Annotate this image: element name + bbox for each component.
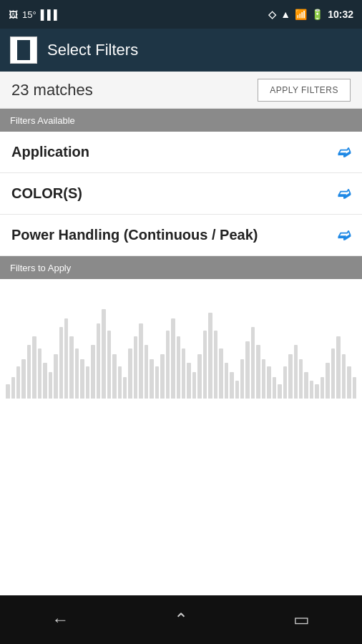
apply-filters-button[interactable]: APPLY FILTERS	[258, 79, 351, 102]
eq-bar	[134, 336, 137, 399]
eq-bar	[208, 313, 212, 399]
matches-count: 23 matches	[11, 81, 93, 99]
eq-bar	[245, 341, 249, 399]
main-content: Select Filters 23 matches APPLY FILTERS …	[0, 29, 362, 595]
eq-bar	[192, 372, 196, 399]
temp-display: 15°	[22, 9, 36, 20]
bottom-nav: ← ⌃ ▭	[0, 595, 362, 644]
eq-bar	[128, 348, 132, 399]
filter-row-application[interactable]: Application ➫	[0, 132, 362, 173]
filters-available-label: Filters Available	[10, 115, 75, 126]
eq-bar	[235, 381, 239, 399]
filter-label-application: Application	[11, 144, 89, 160]
eq-bar	[230, 372, 233, 399]
eq-bar	[310, 381, 313, 399]
eq-bar	[256, 345, 260, 399]
eq-bar	[64, 318, 68, 399]
signal-bars: ▌▌▌	[41, 9, 61, 20]
eq-bar	[160, 354, 164, 399]
recents-button[interactable]: ▭	[280, 605, 323, 634]
home-button[interactable]: ⌃	[160, 605, 202, 634]
eq-bar	[107, 331, 111, 399]
app-logo	[10, 36, 37, 64]
eq-bar	[75, 348, 79, 399]
status-bar: 🖼 15° ▌▌▌ ◇ ▲ 📶 🔋 10:32	[0, 0, 362, 29]
eq-bar	[267, 366, 270, 399]
eq-bar	[171, 318, 175, 399]
eq-bar	[331, 348, 335, 399]
eq-bar	[182, 348, 185, 399]
signal-icon: 📶	[295, 9, 307, 20]
eq-bar	[123, 377, 127, 399]
wifi-icon: ▲	[280, 9, 290, 20]
eq-bar	[69, 336, 73, 399]
eq-bar	[38, 348, 41, 399]
eq-bar	[43, 363, 47, 399]
filter-label-power: Power Handling (Continuous / Peak)	[11, 227, 258, 243]
filter-label-colors: COLOR(S)	[11, 185, 82, 202]
eq-bar	[102, 309, 105, 399]
screenshot-icon: 🖼	[9, 9, 18, 20]
eq-bar	[315, 384, 318, 399]
eq-bar	[145, 345, 148, 399]
filter-row-colors[interactable]: COLOR(S) ➫	[0, 173, 362, 215]
filter-row-power[interactable]: Power Handling (Continuous / Peak) ➫	[0, 215, 362, 256]
logo-inner	[17, 40, 30, 60]
chevron-right-icon-colors: ➫	[338, 185, 351, 203]
eq-bar	[283, 366, 287, 399]
back-icon: ←	[52, 610, 69, 630]
eq-bar	[251, 327, 255, 399]
eq-bar	[203, 331, 207, 399]
eq-bar	[294, 345, 298, 399]
battery-icon: 🔋	[311, 9, 323, 20]
eq-bar	[139, 323, 142, 399]
app-header: Select Filters	[0, 29, 362, 72]
eq-bar	[304, 372, 308, 399]
eq-bar	[16, 366, 20, 399]
eq-bar	[97, 323, 100, 399]
eq-bar	[219, 348, 222, 399]
eq-bar	[11, 377, 15, 399]
eq-bar	[118, 366, 122, 399]
filters-to-apply-label: Filters to Apply	[10, 263, 71, 273]
chevron-right-icon-power: ➫	[338, 226, 351, 245]
eq-bar	[262, 359, 265, 399]
eq-bar	[299, 359, 303, 399]
eq-bar	[342, 354, 346, 399]
eq-bar	[54, 354, 57, 399]
status-left: 🖼 15° ▌▌▌	[9, 9, 60, 20]
eq-bar	[288, 354, 292, 399]
eq-bar	[214, 331, 217, 399]
eq-bar	[278, 384, 281, 399]
eq-bar	[321, 377, 324, 399]
eq-bar	[49, 372, 52, 399]
eq-bar	[80, 359, 84, 399]
eq-bar	[336, 336, 340, 399]
eq-bar	[347, 366, 351, 399]
eq-bar	[155, 366, 159, 399]
eq-bar	[32, 336, 36, 399]
eq-bar	[91, 345, 94, 399]
filters-to-apply-header: Filters to Apply	[0, 256, 362, 279]
matches-bar: 23 matches APPLY FILTERS	[0, 72, 362, 109]
home-icon: ⌃	[174, 610, 188, 630]
diamond-icon: ◇	[268, 9, 276, 20]
chevron-right-icon-application: ➫	[338, 143, 351, 162]
eq-bar	[86, 366, 89, 399]
eq-bar	[112, 354, 116, 399]
eq-bar	[326, 363, 329, 399]
eq-bar	[225, 363, 228, 399]
status-right: ◇ ▲ 📶 🔋 10:32	[268, 9, 353, 20]
clock: 10:32	[328, 9, 353, 20]
eq-bar	[187, 363, 190, 399]
eq-bar	[21, 359, 25, 399]
page-title: Select Filters	[47, 41, 138, 59]
eq-bar	[166, 331, 170, 399]
eq-bar	[177, 336, 180, 399]
eq-bar	[273, 377, 276, 399]
empty-area	[0, 404, 362, 595]
equalizer-chart	[0, 279, 362, 404]
eq-bar	[353, 377, 356, 399]
eq-bar	[197, 354, 201, 399]
back-button[interactable]: ←	[39, 605, 82, 634]
